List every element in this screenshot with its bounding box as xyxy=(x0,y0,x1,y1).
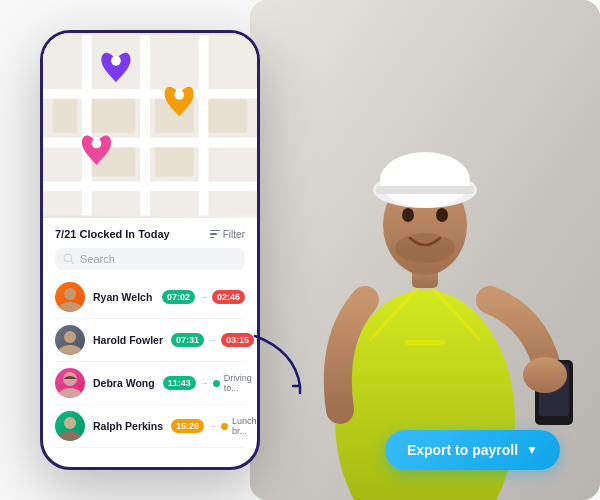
date-label: 7/21 Clocked In Today xyxy=(55,228,170,240)
svg-point-38 xyxy=(64,417,76,429)
svg-point-8 xyxy=(436,208,448,222)
svg-rect-25 xyxy=(155,147,194,176)
arrow-icon: → xyxy=(200,378,209,388)
curved-arrow xyxy=(245,331,325,405)
date-filter-row: 7/21 Clocked In Today Filter xyxy=(55,228,245,240)
avatar xyxy=(55,282,85,312)
svg-rect-22 xyxy=(92,99,136,133)
svg-point-28 xyxy=(111,56,121,66)
filter-line-3 xyxy=(210,237,214,238)
filter-line-2 xyxy=(210,233,217,234)
phone-content: 7/21 Clocked In Today Filter Search xyxy=(43,218,257,448)
employee-list: Ryan Welch 07:02 → 02:46 H xyxy=(55,276,245,448)
avatar xyxy=(55,325,85,355)
svg-rect-3 xyxy=(405,340,445,345)
table-row: Ryan Welch 07:02 → 02:46 xyxy=(55,276,245,319)
export-label: Export to payroll xyxy=(407,442,518,458)
svg-point-35 xyxy=(58,345,82,355)
time-start-badge: 07:31 xyxy=(171,333,204,347)
svg-rect-27 xyxy=(208,99,247,133)
svg-point-30 xyxy=(92,139,102,149)
filter-button[interactable]: Filter xyxy=(210,229,245,240)
svg-point-7 xyxy=(402,208,414,222)
phone-mockup: 7/21 Clocked In Today Filter Search xyxy=(40,30,260,470)
time-start-badge: 15:26 xyxy=(171,419,204,433)
status-dot xyxy=(213,380,220,387)
status-text: Lunch br... xyxy=(232,416,257,436)
svg-rect-19 xyxy=(82,36,92,216)
employee-name: Harold Fowler xyxy=(93,334,163,346)
filter-icon xyxy=(210,230,220,238)
svg-rect-26 xyxy=(53,99,77,133)
worker-photo xyxy=(250,0,600,500)
time-row: 11:43 → Driving to... xyxy=(163,373,252,393)
avatar xyxy=(55,368,85,398)
svg-point-6 xyxy=(395,233,455,263)
main-container: 7/21 Clocked In Today Filter Search xyxy=(0,0,600,500)
svg-point-33 xyxy=(58,302,82,312)
arrow-icon: → xyxy=(199,292,208,302)
svg-rect-11 xyxy=(376,186,474,194)
svg-rect-20 xyxy=(140,36,150,216)
table-row: Harold Fowler 07:31 → 03:15 xyxy=(55,319,245,362)
export-chevron-icon: ▼ xyxy=(526,443,538,457)
time-row: 15:26 → Lunch br... xyxy=(171,416,257,436)
table-row: Debra Wong 11:43 → Driving to... xyxy=(55,362,245,405)
employee-name: Debra Wong xyxy=(93,377,155,389)
time-row: 07:31 → 03:15 xyxy=(171,333,254,347)
time-row: 07:02 → 02:46 xyxy=(162,290,245,304)
arrow-icon: → xyxy=(208,335,217,345)
filter-line-1 xyxy=(210,230,220,231)
employee-name: Ryan Welch xyxy=(93,291,154,303)
svg-point-39 xyxy=(58,431,82,441)
avatar xyxy=(55,411,85,441)
search-placeholder: Search xyxy=(80,253,237,265)
svg-rect-21 xyxy=(199,36,209,216)
map-area xyxy=(43,33,257,218)
filter-label: Filter xyxy=(223,229,245,240)
svg-point-10 xyxy=(380,152,470,208)
svg-point-34 xyxy=(64,331,76,343)
employee-name: Ralph Perkins xyxy=(93,420,163,432)
arrow-icon: → xyxy=(208,421,217,431)
time-start-badge: 11:43 xyxy=(163,376,196,390)
time-end-badge: 02:46 xyxy=(212,290,245,304)
search-icon xyxy=(63,253,75,265)
svg-point-32 xyxy=(64,288,76,300)
status-dot xyxy=(221,423,228,430)
table-row: Ralph Perkins 15:26 → Lunch br... xyxy=(55,405,245,448)
svg-point-14 xyxy=(523,357,567,393)
export-payroll-button[interactable]: Export to payroll ▼ xyxy=(385,430,560,470)
svg-point-29 xyxy=(174,90,184,100)
time-start-badge: 07:02 xyxy=(162,290,195,304)
svg-point-37 xyxy=(58,388,82,398)
search-bar[interactable]: Search xyxy=(55,248,245,270)
